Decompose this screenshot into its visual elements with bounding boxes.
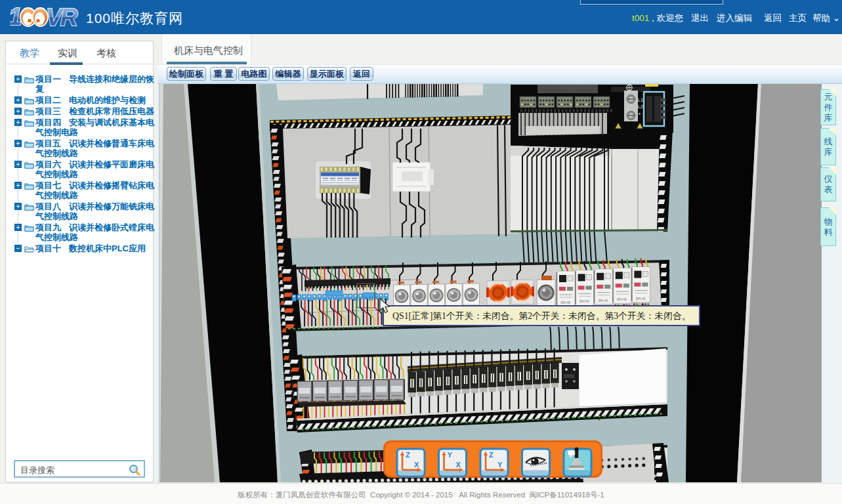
svg-text:+: + bbox=[638, 111, 641, 117]
svg-text:Z: Z bbox=[489, 451, 494, 459]
svg-text:3RV-40: 3RV-40 bbox=[635, 297, 645, 301]
svg-text:3RV-40: 3RV-40 bbox=[560, 301, 570, 304]
svg-text:Y: Y bbox=[448, 451, 453, 459]
svg-text:3RV-40: 3RV-40 bbox=[617, 298, 627, 301]
svg-text:3RV-40: 3RV-40 bbox=[579, 300, 589, 303]
svg-text:X: X bbox=[414, 461, 419, 469]
svg-text:L1: L1 bbox=[638, 98, 643, 102]
svg-text:3RV-40: 3RV-40 bbox=[598, 299, 608, 303]
svg-text:Y: Y bbox=[497, 461, 503, 469]
svg-text:QS1[正常]第1个开关：未闭合。第2个开关：未闭合。第3个: QS1[正常]第1个开关：未闭合。第2个开关：未闭合。第3个开关：未闭合。 bbox=[392, 311, 691, 321]
svg-text:X: X bbox=[456, 461, 461, 469]
svg-text:Z: Z bbox=[406, 451, 410, 459]
svg-text:L2: L2 bbox=[638, 104, 643, 109]
svg-text:VR: VR bbox=[46, 4, 78, 30]
